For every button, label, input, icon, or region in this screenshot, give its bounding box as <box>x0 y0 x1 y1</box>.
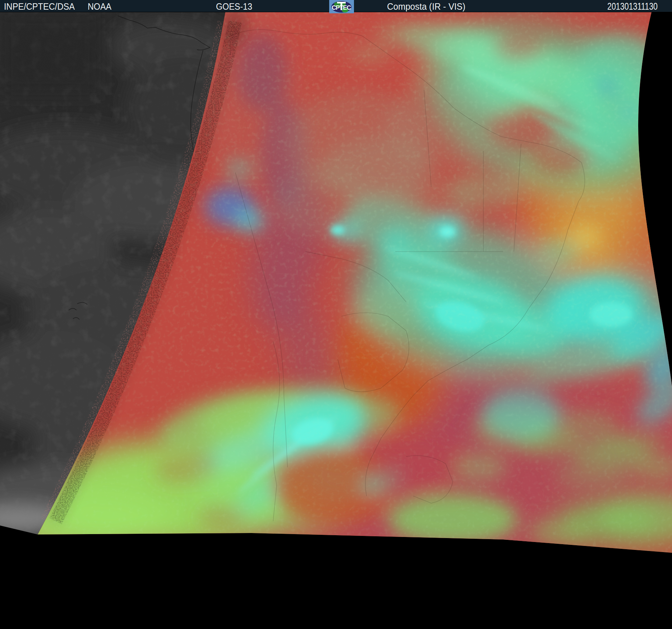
svg-text:Composta (IR - VIS): Composta (IR - VIS) <box>387 1 465 12</box>
svg-text:201301311130: 201301311130 <box>607 1 658 12</box>
svg-text:NOAA: NOAA <box>88 1 111 12</box>
svg-text:INPE/CPTEC/DSA: INPE/CPTEC/DSA <box>4 1 75 12</box>
svg-text:GOES-13: GOES-13 <box>216 1 252 12</box>
